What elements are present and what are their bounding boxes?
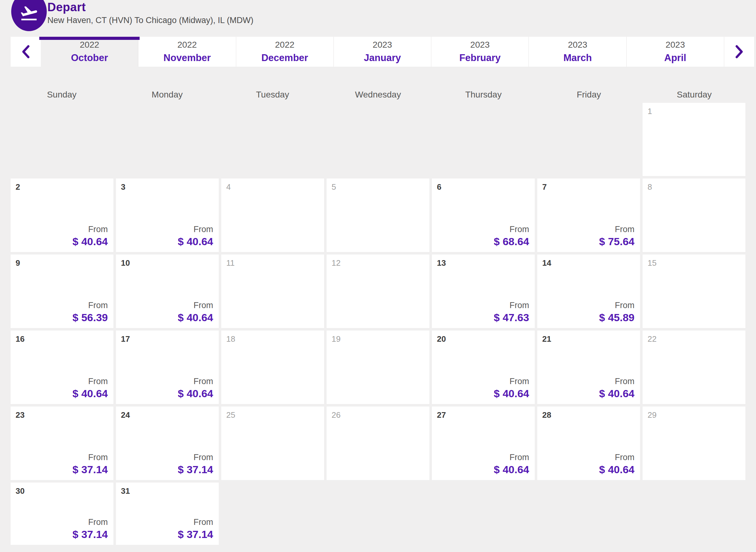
day-cell-30[interactable]: 30From$ 37.14 <box>11 482 113 545</box>
month-tab-february[interactable]: 2023February <box>431 37 528 67</box>
fare-price-block: From$ 40.64 <box>494 377 529 400</box>
day-cell-2[interactable]: 2From$ 40.64 <box>11 178 113 252</box>
day-cell-24[interactable]: 24From$ 37.14 <box>116 407 219 480</box>
day-cell-16[interactable]: 16From$ 40.64 <box>11 330 113 404</box>
day-cell-10[interactable]: 10From$ 40.64 <box>116 255 219 328</box>
from-label: From <box>494 453 529 462</box>
price-value: $ 37.14 <box>73 528 108 541</box>
price-value: $ 45.89 <box>599 311 634 324</box>
empty-cell <box>327 103 429 176</box>
fare-price-block: From$ 40.64 <box>178 301 213 324</box>
day-cell-28[interactable]: 28From$ 40.64 <box>537 407 640 480</box>
from-label: From <box>599 453 634 462</box>
calendar-grid: 12From$ 40.643From$ 40.64456From$ 68.647… <box>11 103 745 545</box>
day-cell-19: 19 <box>327 330 429 404</box>
fare-price-block: From$ 40.64 <box>73 377 108 400</box>
price-value: $ 37.14 <box>178 528 213 541</box>
month-tab-march[interactable]: 2023March <box>528 37 626 67</box>
tab-month-label: January <box>364 52 401 63</box>
from-label: From <box>73 301 108 310</box>
price-value: $ 37.14 <box>178 463 213 476</box>
fare-price-block: From$ 40.64 <box>599 453 634 476</box>
day-cell-11: 11 <box>221 255 324 328</box>
price-value: $ 40.64 <box>178 311 213 324</box>
tab-year-label: 2022 <box>275 40 294 50</box>
empty-cell <box>11 103 113 176</box>
route-subtitle: New Haven, CT (HVN) To Chicago (Midway),… <box>47 16 253 25</box>
day-number: 23 <box>16 410 25 420</box>
tab-month-label: November <box>164 52 211 63</box>
day-cell-14[interactable]: 14From$ 45.89 <box>537 255 640 328</box>
month-tab-april[interactable]: 2023April <box>626 37 724 67</box>
day-number: 27 <box>437 410 446 420</box>
from-label: From <box>599 301 634 310</box>
from-label: From <box>73 453 108 462</box>
from-label: From <box>599 225 634 234</box>
month-tab-list: 2022October2022November2022December2023J… <box>41 37 724 67</box>
price-value: $ 37.14 <box>73 463 108 476</box>
from-label: From <box>178 301 213 310</box>
previous-months-button[interactable] <box>11 37 41 67</box>
month-tab-january[interactable]: 2023January <box>334 37 431 67</box>
tab-month-label: February <box>459 52 501 63</box>
empty-cell <box>116 103 219 176</box>
day-number: 2 <box>16 182 20 191</box>
chevron-left-icon <box>20 44 32 59</box>
day-cell-20[interactable]: 20From$ 40.64 <box>432 330 535 404</box>
from-label: From <box>494 377 529 386</box>
fare-price-block: From$ 40.64 <box>178 225 213 248</box>
price-value: $ 40.64 <box>73 236 108 248</box>
day-number: 28 <box>542 410 551 420</box>
day-number: 22 <box>648 334 657 343</box>
empty-cell <box>643 482 745 545</box>
day-cell-25: 25 <box>221 407 324 480</box>
day-cell-9[interactable]: 9From$ 56.39 <box>11 255 113 328</box>
fare-price-block: From$ 47.63 <box>494 301 529 324</box>
next-months-button[interactable] <box>724 37 754 67</box>
day-cell-13[interactable]: 13From$ 47.63 <box>432 255 535 328</box>
weekday-header-sunday: Sunday <box>11 90 113 103</box>
fare-price-block: From$ 40.64 <box>178 377 213 400</box>
day-cell-7[interactable]: 7From$ 75.64 <box>537 178 640 252</box>
price-value: $ 40.64 <box>494 463 529 476</box>
day-cell-15: 15 <box>643 255 745 328</box>
day-number: 19 <box>332 334 341 343</box>
price-value: $ 56.39 <box>73 311 108 324</box>
from-label: From <box>178 377 213 386</box>
day-number: 3 <box>121 182 125 191</box>
day-number: 1 <box>648 107 652 116</box>
day-cell-6[interactable]: 6From$ 68.64 <box>432 178 535 252</box>
from-label: From <box>494 225 529 234</box>
day-cell-21[interactable]: 21From$ 40.64 <box>537 330 640 404</box>
weekday-header-monday: Monday <box>116 90 218 103</box>
from-label: From <box>73 518 108 527</box>
from-label: From <box>494 301 529 310</box>
day-number: 31 <box>121 486 130 496</box>
empty-cell <box>537 103 640 176</box>
day-number: 7 <box>542 182 546 191</box>
day-cell-23[interactable]: 23From$ 37.14 <box>11 407 113 480</box>
price-value: $ 40.64 <box>73 388 108 400</box>
day-cell-3[interactable]: 3From$ 40.64 <box>116 178 219 252</box>
day-cell-17[interactable]: 17From$ 40.64 <box>116 330 219 404</box>
day-number: 17 <box>121 334 130 343</box>
day-number: 9 <box>16 258 20 268</box>
day-cell-31[interactable]: 31From$ 37.14 <box>116 482 219 545</box>
tab-year-label: 2023 <box>470 40 490 50</box>
day-cell-29: 29 <box>643 407 745 480</box>
month-tab-december[interactable]: 2022December <box>236 37 334 67</box>
month-tab-october[interactable]: 2022October <box>41 37 138 67</box>
tab-year-label: 2022 <box>80 40 99 50</box>
depart-header: Depart New Haven, CT (HVN) To Chicago (M… <box>0 0 756 37</box>
price-value: $ 75.64 <box>599 236 634 248</box>
day-cell-27[interactable]: 27From$ 40.64 <box>432 407 535 480</box>
fare-price-block: From$ 37.14 <box>178 518 213 541</box>
from-label: From <box>178 453 213 462</box>
month-tab-november[interactable]: 2022November <box>138 37 236 67</box>
fare-price-block: From$ 37.14 <box>73 518 108 541</box>
day-number: 29 <box>648 410 657 420</box>
day-number: 16 <box>16 334 25 343</box>
empty-cell <box>432 103 535 176</box>
day-cell-1: 1 <box>643 103 745 176</box>
day-number: 15 <box>648 258 657 268</box>
